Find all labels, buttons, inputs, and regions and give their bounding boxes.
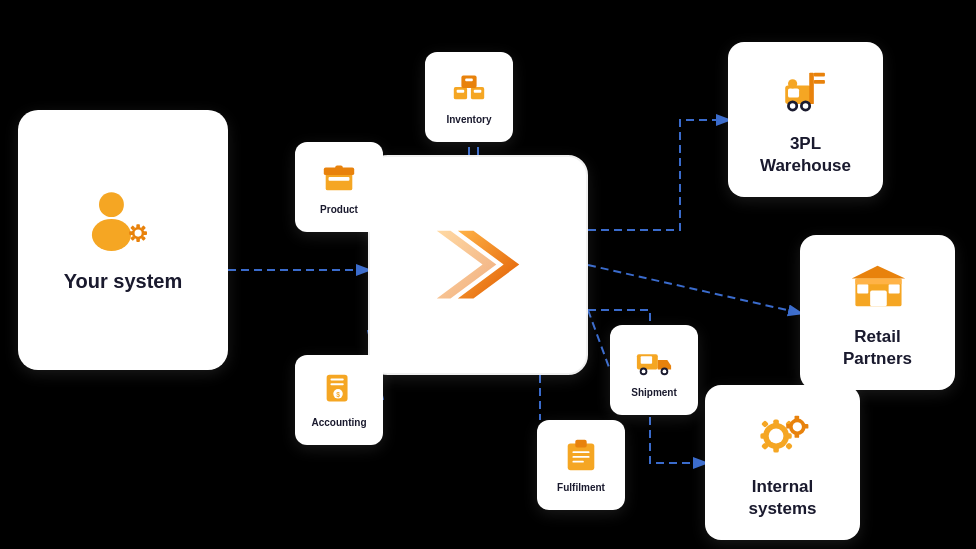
svg-rect-21 [335, 166, 343, 172]
svg-point-31 [663, 370, 667, 374]
svg-rect-58 [784, 433, 791, 439]
fulfilment-label: Fulfilment [557, 482, 605, 494]
svg-rect-49 [870, 291, 887, 307]
svg-point-43 [789, 103, 795, 109]
internal-systems-card: Internal systems [705, 385, 860, 540]
svg-rect-12 [454, 87, 467, 99]
shipment-card: Shipment [610, 325, 698, 415]
line-hub-shipment [588, 310, 610, 370]
fulfilment-icon [562, 436, 600, 478]
gears-icon [753, 406, 813, 470]
accounting-label: Accounting [312, 417, 367, 429]
svg-point-1 [92, 219, 131, 251]
warehouse-3pl-label: 3PL Warehouse [760, 133, 851, 176]
svg-rect-40 [813, 73, 824, 77]
svg-rect-68 [802, 424, 808, 429]
shipment-label: Shipment [631, 387, 677, 399]
accounting-card: $ Accounting [295, 355, 383, 445]
product-label: Product [320, 204, 358, 216]
svg-rect-15 [474, 90, 482, 93]
svg-rect-56 [773, 445, 779, 452]
inventory-card: Inventory [425, 52, 513, 142]
svg-point-64 [792, 422, 801, 431]
svg-rect-35 [572, 451, 589, 453]
svg-text:$: $ [336, 391, 340, 399]
hub-arrow-icon [423, 220, 533, 310]
svg-rect-66 [794, 433, 799, 439]
svg-rect-6 [129, 231, 133, 235]
product-card: Product [295, 142, 383, 232]
svg-rect-52 [855, 279, 901, 285]
svg-rect-32 [641, 356, 652, 364]
user-gear-icon [83, 187, 163, 261]
svg-rect-37 [572, 461, 583, 463]
svg-rect-16 [461, 76, 476, 88]
svg-rect-39 [809, 73, 814, 104]
svg-rect-50 [857, 284, 868, 293]
accounting-icon: $ [320, 371, 358, 413]
svg-point-47 [788, 79, 797, 88]
svg-rect-51 [888, 284, 899, 293]
svg-point-45 [802, 103, 808, 109]
retail-partners-label: Retail Partners [843, 326, 912, 369]
svg-rect-57 [760, 433, 767, 439]
your-system-card: Your system [18, 110, 228, 370]
internal-systems-label: Internal systems [748, 476, 816, 519]
svg-rect-41 [813, 80, 824, 84]
svg-rect-34 [575, 440, 586, 448]
inventory-label: Inventory [446, 114, 491, 126]
svg-rect-5 [136, 238, 140, 242]
svg-point-0 [99, 192, 124, 217]
svg-rect-65 [794, 416, 799, 422]
svg-rect-24 [330, 383, 343, 385]
svg-rect-14 [471, 87, 484, 99]
svg-rect-36 [572, 456, 589, 458]
svg-rect-7 [143, 231, 147, 235]
svg-rect-4 [136, 224, 140, 228]
product-icon [320, 158, 358, 200]
svg-rect-46 [788, 89, 799, 98]
svg-rect-13 [457, 90, 465, 93]
svg-rect-19 [329, 177, 350, 181]
svg-point-29 [642, 370, 646, 374]
retail-store-icon [848, 256, 908, 320]
hub-card [368, 155, 588, 375]
inventory-icon [450, 68, 488, 110]
your-system-label: Your system [64, 269, 183, 293]
line-hub-retail [588, 265, 800, 313]
svg-rect-17 [465, 78, 473, 81]
svg-point-3 [135, 230, 142, 237]
svg-rect-18 [326, 173, 353, 190]
svg-rect-67 [786, 424, 792, 429]
warehouse-3pl-card: 3PL Warehouse [728, 42, 883, 197]
retail-partners-card: Retail Partners [800, 235, 955, 390]
line-hub-3pl [588, 120, 728, 230]
shipment-icon [635, 341, 673, 383]
svg-rect-55 [773, 420, 779, 427]
svg-rect-23 [330, 379, 343, 381]
diagram-container: Your system [0, 0, 976, 549]
svg-point-54 [768, 429, 783, 444]
forklift-icon [776, 63, 836, 127]
fulfilment-card: Fulfilment [537, 420, 625, 510]
